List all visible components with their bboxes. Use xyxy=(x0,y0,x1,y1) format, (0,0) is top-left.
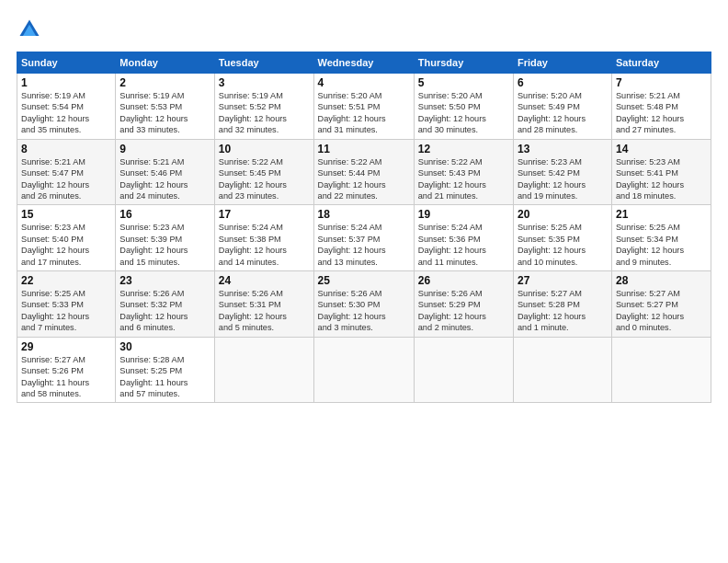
day-info: Sunrise: 5:25 AM Sunset: 5:34 PM Dayligh… xyxy=(616,222,707,268)
day-info: Sunrise: 5:23 AM Sunset: 5:42 PM Dayligh… xyxy=(518,156,608,202)
logo-icon xyxy=(17,17,42,42)
calendar-cell: 2Sunrise: 5:19 AM Sunset: 5:53 PM Daylig… xyxy=(116,74,215,140)
calendar-week-1: 1Sunrise: 5:19 AM Sunset: 5:54 PM Daylig… xyxy=(17,74,711,140)
day-number: 13 xyxy=(518,143,608,155)
calendar-cell: 1Sunrise: 5:19 AM Sunset: 5:54 PM Daylig… xyxy=(17,74,116,140)
weekday-header-row: SundayMondayTuesdayWednesdayThursdayFrid… xyxy=(17,52,711,74)
logo xyxy=(17,17,46,42)
day-info: Sunrise: 5:28 AM Sunset: 5:25 PM Dayligh… xyxy=(119,354,210,400)
calendar-cell: 10Sunrise: 5:22 AM Sunset: 5:45 PM Dayli… xyxy=(214,139,313,205)
calendar-week-2: 8Sunrise: 5:21 AM Sunset: 5:47 PM Daylig… xyxy=(17,139,711,205)
calendar-cell: 30Sunrise: 5:28 AM Sunset: 5:25 PM Dayli… xyxy=(116,337,215,403)
calendar-cell: 25Sunrise: 5:26 AM Sunset: 5:30 PM Dayli… xyxy=(313,271,414,338)
calendar-week-3: 15Sunrise: 5:23 AM Sunset: 5:40 PM Dayli… xyxy=(17,205,711,271)
weekday-header-saturday: Saturday xyxy=(611,52,711,74)
day-number: 20 xyxy=(518,208,608,221)
day-info: Sunrise: 5:26 AM Sunset: 5:29 PM Dayligh… xyxy=(418,288,509,334)
calendar-cell: 7Sunrise: 5:21 AM Sunset: 5:48 PM Daylig… xyxy=(611,74,711,140)
weekday-header-wednesday: Wednesday xyxy=(313,52,414,74)
day-number: 28 xyxy=(616,274,707,287)
day-number: 3 xyxy=(219,76,310,89)
day-info: Sunrise: 5:19 AM Sunset: 5:53 PM Dayligh… xyxy=(119,90,210,136)
day-info: Sunrise: 5:20 AM Sunset: 5:51 PM Dayligh… xyxy=(318,90,410,136)
calendar-cell: 29Sunrise: 5:27 AM Sunset: 5:26 PM Dayli… xyxy=(17,337,116,403)
day-number: 24 xyxy=(219,274,310,287)
day-info: Sunrise: 5:24 AM Sunset: 5:38 PM Dayligh… xyxy=(219,222,310,268)
day-number: 6 xyxy=(518,76,608,89)
day-number: 11 xyxy=(318,143,410,155)
calendar-cell: 28Sunrise: 5:27 AM Sunset: 5:27 PM Dayli… xyxy=(611,271,711,338)
day-info: Sunrise: 5:25 AM Sunset: 5:33 PM Dayligh… xyxy=(21,288,111,334)
day-info: Sunrise: 5:21 AM Sunset: 5:48 PM Dayligh… xyxy=(616,90,707,136)
calendar-cell: 23Sunrise: 5:26 AM Sunset: 5:32 PM Dayli… xyxy=(116,271,215,338)
day-number: 10 xyxy=(219,143,310,155)
calendar-cell xyxy=(214,337,313,403)
day-info: Sunrise: 5:21 AM Sunset: 5:46 PM Dayligh… xyxy=(119,156,210,202)
day-info: Sunrise: 5:27 AM Sunset: 5:28 PM Dayligh… xyxy=(518,288,608,334)
day-info: Sunrise: 5:22 AM Sunset: 5:44 PM Dayligh… xyxy=(318,156,410,202)
calendar-cell: 27Sunrise: 5:27 AM Sunset: 5:28 PM Dayli… xyxy=(513,271,611,338)
day-number: 5 xyxy=(418,76,509,89)
calendar-cell xyxy=(313,337,414,403)
day-number: 17 xyxy=(219,208,310,221)
calendar-cell: 26Sunrise: 5:26 AM Sunset: 5:29 PM Dayli… xyxy=(414,271,513,338)
day-info: Sunrise: 5:19 AM Sunset: 5:52 PM Dayligh… xyxy=(219,90,310,136)
day-info: Sunrise: 5:24 AM Sunset: 5:37 PM Dayligh… xyxy=(318,222,410,268)
calendar-cell: 14Sunrise: 5:23 AM Sunset: 5:41 PM Dayli… xyxy=(611,139,711,205)
weekday-header-tuesday: Tuesday xyxy=(214,52,313,74)
calendar-cell: 18Sunrise: 5:24 AM Sunset: 5:37 PM Dayli… xyxy=(313,205,414,271)
calendar-cell: 15Sunrise: 5:23 AM Sunset: 5:40 PM Dayli… xyxy=(17,205,116,271)
day-info: Sunrise: 5:23 AM Sunset: 5:40 PM Dayligh… xyxy=(21,222,111,268)
calendar-cell xyxy=(513,337,611,403)
calendar-cell: 12Sunrise: 5:22 AM Sunset: 5:43 PM Dayli… xyxy=(414,139,513,205)
day-info: Sunrise: 5:26 AM Sunset: 5:32 PM Dayligh… xyxy=(119,288,210,334)
calendar-cell xyxy=(611,337,711,403)
calendar-cell: 5Sunrise: 5:20 AM Sunset: 5:50 PM Daylig… xyxy=(414,74,513,140)
calendar-cell xyxy=(414,337,513,403)
day-number: 4 xyxy=(318,76,410,89)
day-info: Sunrise: 5:27 AM Sunset: 5:27 PM Dayligh… xyxy=(616,288,707,334)
day-info: Sunrise: 5:23 AM Sunset: 5:41 PM Dayligh… xyxy=(616,156,707,202)
calendar-table: SundayMondayTuesdayWednesdayThursdayFrid… xyxy=(17,52,711,403)
calendar-cell: 8Sunrise: 5:21 AM Sunset: 5:47 PM Daylig… xyxy=(17,139,116,205)
calendar-cell: 9Sunrise: 5:21 AM Sunset: 5:46 PM Daylig… xyxy=(116,139,215,205)
day-number: 25 xyxy=(318,274,410,287)
calendar-cell: 6Sunrise: 5:20 AM Sunset: 5:49 PM Daylig… xyxy=(513,74,611,140)
day-number: 1 xyxy=(21,76,111,89)
calendar-cell: 11Sunrise: 5:22 AM Sunset: 5:44 PM Dayli… xyxy=(313,139,414,205)
calendar-body: 1Sunrise: 5:19 AM Sunset: 5:54 PM Daylig… xyxy=(17,74,711,403)
day-number: 15 xyxy=(21,208,111,221)
calendar-cell: 19Sunrise: 5:24 AM Sunset: 5:36 PM Dayli… xyxy=(414,205,513,271)
day-info: Sunrise: 5:24 AM Sunset: 5:36 PM Dayligh… xyxy=(418,222,509,268)
weekday-header-thursday: Thursday xyxy=(414,52,513,74)
day-info: Sunrise: 5:19 AM Sunset: 5:54 PM Dayligh… xyxy=(21,90,111,136)
calendar-cell: 17Sunrise: 5:24 AM Sunset: 5:38 PM Dayli… xyxy=(214,205,313,271)
day-number: 14 xyxy=(616,143,707,155)
day-number: 27 xyxy=(518,274,608,287)
day-info: Sunrise: 5:26 AM Sunset: 5:31 PM Dayligh… xyxy=(219,288,310,334)
day-number: 19 xyxy=(418,208,509,221)
day-number: 8 xyxy=(21,143,111,155)
calendar-cell: 4Sunrise: 5:20 AM Sunset: 5:51 PM Daylig… xyxy=(313,74,414,140)
calendar-cell: 13Sunrise: 5:23 AM Sunset: 5:42 PM Dayli… xyxy=(513,139,611,205)
day-info: Sunrise: 5:20 AM Sunset: 5:49 PM Dayligh… xyxy=(518,90,608,136)
day-number: 26 xyxy=(418,274,509,287)
day-number: 18 xyxy=(318,208,410,221)
calendar-cell: 16Sunrise: 5:23 AM Sunset: 5:39 PM Dayli… xyxy=(116,205,215,271)
day-info: Sunrise: 5:27 AM Sunset: 5:26 PM Dayligh… xyxy=(21,354,111,400)
weekday-header-friday: Friday xyxy=(513,52,611,74)
weekday-header-monday: Monday xyxy=(116,52,215,74)
day-number: 7 xyxy=(616,76,707,89)
day-info: Sunrise: 5:23 AM Sunset: 5:39 PM Dayligh… xyxy=(119,222,210,268)
day-number: 30 xyxy=(119,340,210,353)
calendar-cell: 3Sunrise: 5:19 AM Sunset: 5:52 PM Daylig… xyxy=(214,74,313,140)
day-info: Sunrise: 5:25 AM Sunset: 5:35 PM Dayligh… xyxy=(518,222,608,268)
day-info: Sunrise: 5:22 AM Sunset: 5:43 PM Dayligh… xyxy=(418,156,509,202)
page-header xyxy=(17,17,711,42)
calendar-cell: 22Sunrise: 5:25 AM Sunset: 5:33 PM Dayli… xyxy=(17,271,116,338)
calendar-week-5: 29Sunrise: 5:27 AM Sunset: 5:26 PM Dayli… xyxy=(17,337,711,403)
day-number: 22 xyxy=(21,274,111,287)
day-number: 23 xyxy=(119,274,210,287)
calendar-cell: 21Sunrise: 5:25 AM Sunset: 5:34 PM Dayli… xyxy=(611,205,711,271)
weekday-header-sunday: Sunday xyxy=(17,52,116,74)
